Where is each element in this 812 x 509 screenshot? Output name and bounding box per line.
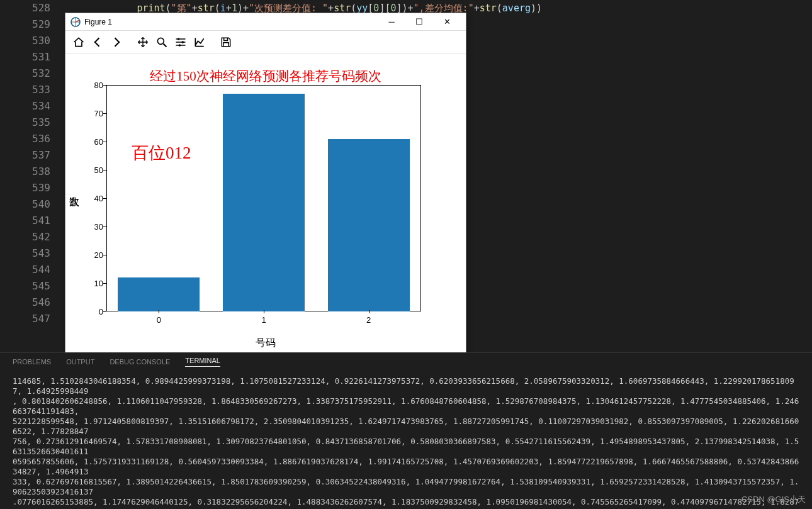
x-axis-label: 号码 (65, 337, 466, 350)
y-tick-label: 40 (84, 194, 103, 203)
back-icon[interactable] (89, 34, 106, 50)
panel-tab-output[interactable]: OUTPUT (66, 358, 94, 366)
line-number: 531 (0, 49, 63, 65)
plot-canvas[interactable]: 经过150次神经网络预测各推荐号码频次 次数 号码 百位012 01020304… (65, 53, 466, 353)
bar-0 (118, 277, 200, 311)
forward-icon[interactable] (108, 34, 125, 50)
line-number: 541 (0, 213, 63, 229)
line-number: 532 (0, 65, 63, 82)
line-number: 535 (0, 115, 63, 131)
line-number: 530 (0, 33, 63, 49)
bar-2 (328, 139, 410, 312)
line-number: 536 (0, 131, 63, 147)
line-number: 540 (0, 196, 63, 213)
y-tick-label: 70 (84, 109, 103, 118)
zoom-icon[interactable] (154, 34, 170, 50)
svg-point-1 (157, 38, 164, 44)
figure-titlebar[interactable]: Figure 1 ─ ☐ ✕ (65, 13, 466, 31)
y-tick-label: 80 (84, 81, 103, 90)
line-number: 539 (0, 180, 63, 196)
edit-axes-icon[interactable] (191, 34, 208, 50)
line-number: 534 (0, 98, 63, 115)
svg-point-2 (178, 38, 180, 40)
line-number: 529 (0, 16, 63, 33)
panel-tabs: PROBLEMSOUTPUTDEBUG CONSOLETERMINAL (0, 352, 812, 370)
figure-toolbar (65, 31, 466, 53)
line-number: 543 (0, 245, 63, 262)
pan-icon[interactable] (135, 34, 151, 50)
svg-point-4 (179, 44, 181, 47)
x-tick-label: 0 (157, 315, 161, 325)
terminal-panel[interactable]: 114685, 1.5102843046188354, 0.9894425999… (0, 371, 812, 509)
line-number: 545 (0, 278, 63, 294)
configure-icon[interactable] (172, 34, 189, 50)
maximize-button[interactable]: ☐ (405, 13, 433, 31)
panel-tab-terminal[interactable]: TERMINAL (185, 357, 220, 367)
line-number: 538 (0, 164, 63, 180)
x-tick-label: 2 (366, 315, 371, 325)
chart-title: 经过150次神经网络预测各推荐号码频次 (65, 67, 466, 85)
line-number-gutter: 5285295305315325335345355365375385395405… (0, 0, 63, 346)
y-tick-label: 10 (84, 279, 103, 288)
watermark: CSDN @GIS小天 (742, 494, 806, 505)
line-number: 547 (0, 311, 63, 327)
y-tick-label: 20 (84, 250, 103, 260)
matplotlib-figure-window[interactable]: Figure 1 ─ ☐ ✕ 经过150次神经网络预测各推荐号码频次 次数 号码… (65, 13, 466, 354)
y-tick-label: 50 (84, 165, 103, 175)
line-number: 542 (0, 229, 63, 245)
matplotlib-icon (70, 17, 81, 27)
save-icon[interactable] (218, 34, 234, 50)
terminal-output: 114685, 1.5102843046188354, 0.9894425999… (13, 376, 799, 509)
figure-title: Figure 1 (84, 18, 378, 26)
x-tick-label: 1 (261, 315, 266, 325)
line-number: 533 (0, 82, 63, 98)
line-number: 544 (0, 262, 63, 278)
panel-tab-problems[interactable]: PROBLEMS (13, 358, 51, 366)
bar-1 (223, 94, 305, 312)
line-number: 528 (0, 0, 63, 16)
panel-tab-debug-console[interactable]: DEBUG CONSOLE (110, 358, 170, 366)
y-tick-label: 60 (84, 137, 103, 147)
line-number: 546 (0, 294, 63, 311)
svg-point-3 (182, 41, 184, 43)
close-button[interactable]: ✕ (433, 13, 461, 31)
home-icon[interactable] (70, 34, 87, 50)
y-tick-label: 30 (84, 222, 103, 232)
line-number: 537 (0, 147, 63, 164)
y-tick-label: 0 (84, 307, 103, 316)
minimize-button[interactable]: ─ (378, 13, 405, 31)
